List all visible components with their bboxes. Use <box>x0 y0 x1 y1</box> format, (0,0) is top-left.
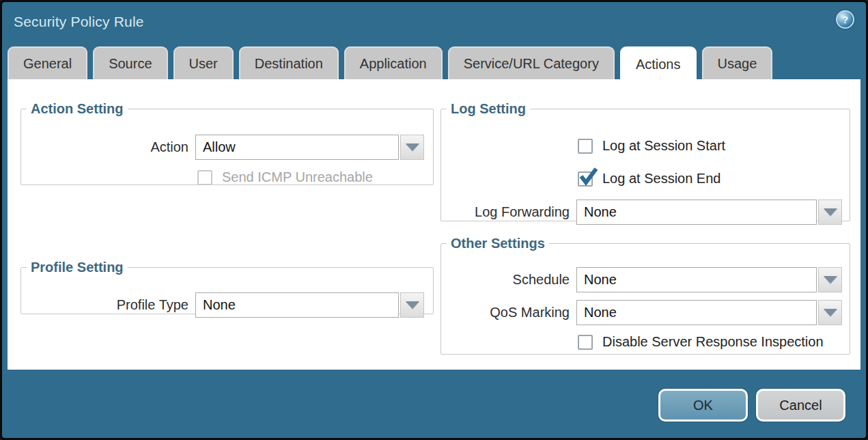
tab-application[interactable]: Application <box>344 46 443 79</box>
tab-content-actions: Action Setting Action Allow Send ICMP Un… <box>8 79 860 370</box>
other-settings-legend: Other Settings <box>447 236 549 251</box>
titlebar: Security Policy Rule ? <box>2 2 866 44</box>
other-settings-group: Other Settings Schedule None QoS Marking… <box>440 236 850 355</box>
help-icon[interactable]: ? <box>836 10 854 29</box>
tab-service-url-category[interactable]: Service/URL Category <box>448 46 615 79</box>
tab-label: Application <box>360 56 427 72</box>
action-dropdown: Allow <box>195 135 424 160</box>
profile-type-dropdown-value[interactable]: None <box>195 292 399 318</box>
chevron-down-icon <box>406 301 419 309</box>
log-session-end-row: Log at Session End <box>578 171 720 187</box>
action-dropdown-button[interactable] <box>400 135 424 160</box>
check-icon <box>578 166 598 187</box>
send-icmp-label: Send ICMP Unreachable <box>222 169 373 185</box>
log-forwarding-dropdown-button[interactable] <box>818 200 842 225</box>
send-icmp-row: Send ICMP Unreachable <box>197 169 373 185</box>
qos-marking-row: QoS Marking None <box>441 300 842 325</box>
action-setting-group: Action Setting Action Allow Send ICMP Un… <box>20 101 434 185</box>
log-session-start-row: Log at Session Start <box>578 138 725 154</box>
dsri-label: Disable Server Response Inspection <box>602 334 824 350</box>
tab-label: General <box>23 56 72 72</box>
chevron-down-icon <box>406 143 419 151</box>
profile-setting-legend: Profile Setting <box>27 260 128 275</box>
log-setting-group: Log Setting Log at Session Start Log at … <box>440 101 850 221</box>
send-icmp-checkbox <box>197 170 212 185</box>
log-setting-legend: Log Setting <box>447 101 530 117</box>
profile-type-row: Profile Type None <box>21 292 424 318</box>
schedule-dropdown-button[interactable] <box>818 267 842 292</box>
chevron-down-icon <box>824 309 837 316</box>
tab-bar: General Source User Destination Applicat… <box>8 46 772 79</box>
tab-destination[interactable]: Destination <box>239 46 339 79</box>
action-label: Action <box>21 139 195 155</box>
tab-label: Service/URL Category <box>464 56 599 72</box>
log-session-end-label: Log at Session End <box>602 171 720 187</box>
tab-usage[interactable]: Usage <box>702 46 773 79</box>
qos-marking-dropdown: None <box>576 300 842 325</box>
log-forwarding-row: Log Forwarding None <box>441 200 842 225</box>
ok-button[interactable]: OK <box>658 389 748 422</box>
log-session-end-checkbox[interactable] <box>578 171 593 187</box>
log-forwarding-dropdown-value[interactable]: None <box>576 200 817 225</box>
dsri-checkbox[interactable] <box>578 335 593 350</box>
action-setting-legend: Action Setting <box>27 101 128 117</box>
tab-label: Actions <box>636 57 681 72</box>
dialog-title: Security Policy Rule <box>14 14 144 30</box>
qos-marking-dropdown-value[interactable]: None <box>576 300 817 325</box>
tab-label: User <box>189 56 218 72</box>
tab-label: Usage <box>718 56 757 72</box>
log-session-start-label: Log at Session Start <box>602 138 725 154</box>
log-forwarding-label: Log Forwarding <box>441 204 576 220</box>
tab-user[interactable]: User <box>173 46 234 79</box>
dsri-row: Disable Server Response Inspection <box>578 334 824 350</box>
schedule-dropdown-value[interactable]: None <box>576 267 817 292</box>
cancel-button[interactable]: Cancel <box>756 389 845 422</box>
log-session-start-checkbox[interactable] <box>578 139 593 154</box>
tab-source[interactable]: Source <box>93 46 167 79</box>
security-policy-rule-dialog: Security Policy Rule ? General Source Us… <box>0 0 868 440</box>
chevron-down-icon <box>824 208 837 216</box>
qos-marking-label: QoS Marking <box>441 305 576 320</box>
schedule-label: Schedule <box>441 272 576 288</box>
tab-label: Source <box>109 56 152 72</box>
action-row: Action Allow <box>21 135 424 160</box>
schedule-dropdown: None <box>576 267 842 292</box>
dialog-surface: Security Policy Rule ? General Source Us… <box>2 2 866 438</box>
profile-type-dropdown-button[interactable] <box>400 292 424 318</box>
schedule-row: Schedule None <box>441 267 842 292</box>
chevron-down-icon <box>824 276 837 284</box>
tab-label: Destination <box>255 56 323 72</box>
log-forwarding-dropdown: None <box>576 200 842 225</box>
tab-general[interactable]: General <box>8 46 87 79</box>
profile-setting-group: Profile Setting Profile Type None <box>20 260 434 314</box>
tab-actions[interactable]: Actions <box>620 46 697 81</box>
qos-marking-dropdown-button[interactable] <box>818 300 842 325</box>
action-dropdown-value[interactable]: Allow <box>195 135 399 160</box>
profile-type-dropdown: None <box>195 292 424 318</box>
profile-type-label: Profile Type <box>21 297 195 313</box>
